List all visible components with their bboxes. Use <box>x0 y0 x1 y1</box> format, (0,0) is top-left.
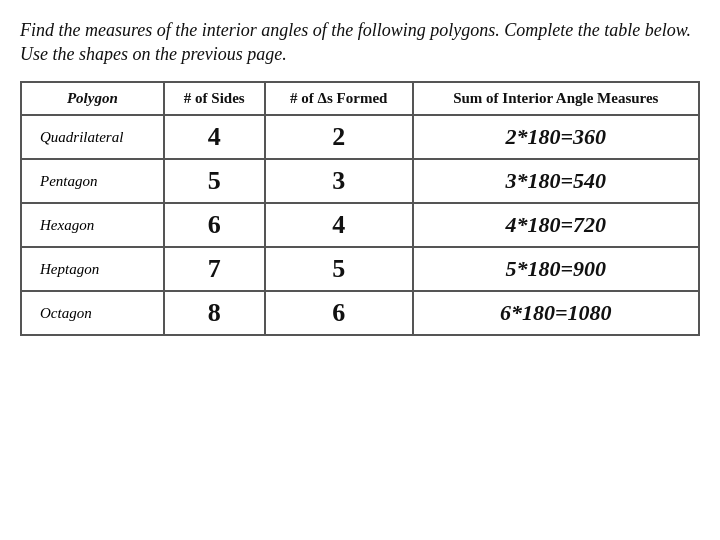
cell-polygon: Hexagon <box>21 203 164 247</box>
table-header-row: Polygon # of Sides # of Δs Formed Sum of… <box>21 82 699 116</box>
table-row: Octagon866*180=1080 <box>21 291 699 335</box>
cell-sides: 4 <box>164 115 265 159</box>
header-sum: Sum of Interior Angle Measures <box>413 82 699 116</box>
table-row: Hexagon644*180=720 <box>21 203 699 247</box>
table-wrapper: Polygon # of Sides # of Δs Formed Sum of… <box>20 81 700 530</box>
cell-polygon: Quadrilateral <box>21 115 164 159</box>
table-row: Quadrilateral422*180=360 <box>21 115 699 159</box>
cell-sides: 6 <box>164 203 265 247</box>
cell-triangles: 2 <box>265 115 413 159</box>
cell-sides: 7 <box>164 247 265 291</box>
cell-sum: 6*180=1080 <box>413 291 699 335</box>
cell-polygon: Octagon <box>21 291 164 335</box>
cell-sides: 8 <box>164 291 265 335</box>
table-row: Heptagon755*180=900 <box>21 247 699 291</box>
instruction-text: Find the measures of the interior angles… <box>20 18 700 67</box>
cell-polygon: Heptagon <box>21 247 164 291</box>
table-row: Pentagon533*180=540 <box>21 159 699 203</box>
cell-sum: 5*180=900 <box>413 247 699 291</box>
cell-polygon: Pentagon <box>21 159 164 203</box>
cell-sum: 3*180=540 <box>413 159 699 203</box>
header-polygon: Polygon <box>21 82 164 116</box>
cell-triangles: 5 <box>265 247 413 291</box>
page-container: Find the measures of the interior angles… <box>0 0 720 540</box>
header-sides: # of Sides <box>164 82 265 116</box>
cell-sum: 2*180=360 <box>413 115 699 159</box>
cell-sum: 4*180=720 <box>413 203 699 247</box>
cell-triangles: 6 <box>265 291 413 335</box>
polygon-table: Polygon # of Sides # of Δs Formed Sum of… <box>20 81 700 337</box>
cell-triangles: 3 <box>265 159 413 203</box>
cell-triangles: 4 <box>265 203 413 247</box>
cell-sides: 5 <box>164 159 265 203</box>
header-triangles: # of Δs Formed <box>265 82 413 116</box>
